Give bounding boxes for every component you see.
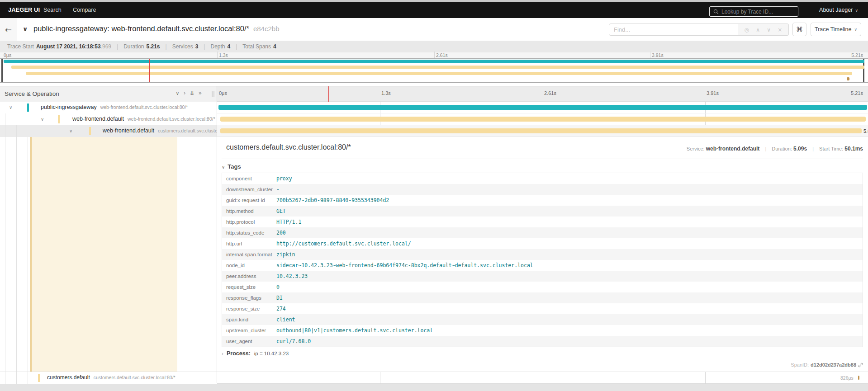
total-spans-label: Total Spans bbox=[242, 43, 271, 50]
span-name-cell[interactable]: ∨ public-ingressgateway web-frontend.def… bbox=[0, 102, 217, 113]
tag-row: internal.span.formatzipkin bbox=[222, 249, 863, 260]
chevron-down-icon[interactable]: ∨ bbox=[69, 128, 72, 133]
tag-value: 274 bbox=[276, 306, 286, 312]
timeline-minimap[interactable] bbox=[0, 58, 868, 83]
copy-link-icon[interactable] bbox=[858, 363, 863, 367]
tag-value: DI bbox=[276, 295, 283, 301]
tag-key: guid:x-request-id bbox=[222, 198, 276, 203]
chevron-down-icon: ∨ bbox=[854, 27, 857, 32]
collapse-controls: ∨ › ⇊ » bbox=[175, 90, 202, 96]
duration-label: Duration bbox=[123, 43, 144, 50]
start-time-label: Start Time: bbox=[819, 146, 843, 151]
expand-all-icon[interactable]: » bbox=[199, 90, 202, 96]
column-resizer-grip[interactable] bbox=[212, 91, 214, 97]
span-bar[interactable] bbox=[220, 117, 866, 122]
trace-title-chevron-icon[interactable]: ∨ bbox=[23, 25, 28, 33]
span-bar[interactable] bbox=[218, 105, 867, 110]
span-name-cell[interactable]: ∨ web-frontend.default customers.default… bbox=[0, 125, 217, 137]
chevron-down-icon[interactable]: ∨ bbox=[41, 117, 44, 122]
nav-item-compare[interactable]: Compare bbox=[73, 7, 96, 13]
tag-value: http://customers.default.svc.cluster.loc… bbox=[276, 240, 411, 247]
next-match-icon[interactable]: ∨ bbox=[767, 27, 771, 33]
tag-row: upstream_clusteroutbound|80|v1|customers… bbox=[222, 325, 863, 336]
page-footer-strip bbox=[0, 384, 868, 391]
tag-value: zipkin bbox=[276, 251, 295, 258]
span-service: web-frontend.default bbox=[103, 127, 154, 134]
prev-match-icon[interactable]: ∧ bbox=[756, 27, 760, 33]
tag-key: peer.address bbox=[222, 273, 276, 279]
services-label: Services bbox=[172, 43, 193, 50]
span-detail-accent-band bbox=[30, 137, 177, 372]
minimap-tick: 0μs bbox=[4, 52, 11, 58]
span-name-cell[interactable]: ∨ web-frontend.default web-frontend.defa… bbox=[0, 113, 217, 125]
process-value: ip = 10.42.3.23 bbox=[254, 351, 289, 356]
span-detail-left-column bbox=[0, 137, 217, 372]
collapse-one-icon[interactable]: ∨ bbox=[175, 90, 180, 96]
span-row[interactable]: customers.default customers.default.svc.… bbox=[0, 372, 868, 383]
span-duration-label: 5.09s bbox=[863, 128, 868, 134]
minimap-tick: 3.91s bbox=[652, 52, 664, 58]
tag-value: sidecar~10.42.3.23~web-frontend-69b64f97… bbox=[276, 262, 533, 269]
tree-guide-line bbox=[16, 372, 17, 384]
trace-lookup-input[interactable] bbox=[721, 9, 785, 15]
tag-key: http.url bbox=[222, 241, 276, 246]
tag-row: span.kindclient bbox=[222, 314, 863, 325]
span-track[interactable]: 5.09s bbox=[217, 125, 868, 137]
ruler-tick: 2.61s bbox=[544, 90, 556, 96]
span-name-cell[interactable]: customers.default customers.default.svc.… bbox=[0, 372, 217, 384]
tags-accordion-toggle[interactable]: ∨Tags bbox=[222, 163, 241, 170]
span-row[interactable]: ∨ public-ingressgateway web-frontend.def… bbox=[0, 102, 868, 113]
ruler-time-cursor bbox=[328, 86, 329, 102]
chevron-right-icon: › bbox=[222, 351, 223, 356]
tag-key: span.kind bbox=[222, 317, 276, 322]
clear-find-icon[interactable]: × bbox=[778, 27, 782, 33]
trace-id-short: e84c2bb bbox=[253, 25, 280, 33]
span-service: customers.default bbox=[47, 374, 90, 381]
span-track[interactable] bbox=[217, 113, 868, 125]
span-bar[interactable] bbox=[858, 376, 859, 380]
focus-match-icon[interactable]: ◎ bbox=[745, 27, 749, 33]
chevron-down-icon: ∨ bbox=[855, 8, 858, 13]
minimap-span-bar bbox=[11, 66, 864, 69]
span-track[interactable] bbox=[217, 102, 868, 113]
tag-value: - bbox=[276, 186, 280, 193]
tag-key: response_flags bbox=[222, 295, 276, 301]
tag-key: response_size bbox=[222, 306, 276, 311]
duration-label: Duration: bbox=[772, 146, 792, 151]
process-accordion-toggle[interactable]: ›Process:ip = 10.42.3.23 bbox=[222, 350, 289, 357]
minimap-left-drag-handle[interactable] bbox=[1, 59, 3, 82]
span-detail-title: customers.default.svc.cluster.local:80/* bbox=[226, 143, 351, 151]
depth-value: 4 bbox=[228, 43, 231, 50]
nav-item-about-jaeger[interactable]: About Jaeger∨ bbox=[819, 7, 858, 13]
span-row[interactable]: ∨ web-frontend.default web-frontend.defa… bbox=[0, 113, 868, 125]
nav-item-search[interactable]: Search bbox=[43, 7, 62, 13]
tag-value: HTTP/1.1 bbox=[276, 219, 301, 225]
tag-row: http.methodGET bbox=[222, 206, 863, 217]
span-row-selected[interactable]: ∨ web-frontend.default customers.default… bbox=[0, 125, 868, 137]
back-button[interactable]: ← bbox=[0, 18, 17, 41]
timeline-gridline bbox=[543, 372, 543, 384]
view-mode-dropdown[interactable]: Trace Timeline∨ bbox=[811, 23, 861, 36]
timeline-gridline bbox=[705, 372, 706, 384]
ruler-tick: 5.21s bbox=[851, 90, 863, 96]
expand-one-icon[interactable]: › bbox=[184, 90, 186, 96]
keyboard-shortcuts-button[interactable]: ⌘ bbox=[792, 23, 806, 36]
back-arrow-icon: ← bbox=[5, 25, 12, 34]
app-logo[interactable]: JAEGER UI bbox=[8, 6, 40, 13]
find-input[interactable] bbox=[609, 24, 739, 36]
tag-row: http.status_code200 bbox=[222, 227, 863, 238]
tag-value: 700b5267-2db0-9897-8840-9355343904d2 bbox=[276, 197, 389, 203]
service-operation-header: Service & Operation ∨ › ⇊ » bbox=[0, 86, 217, 102]
service-label: Service: bbox=[687, 146, 705, 151]
tag-key: request_size bbox=[222, 284, 276, 290]
span-bar[interactable] bbox=[220, 128, 862, 133]
timeline-gridline bbox=[380, 372, 380, 384]
tag-value: 0 bbox=[276, 284, 280, 290]
tag-key: http.status_code bbox=[222, 230, 276, 236]
span-track[interactable]: 826μs bbox=[217, 372, 868, 384]
collapse-all-icon[interactable]: ⇊ bbox=[190, 90, 194, 96]
chevron-down-icon[interactable]: ∨ bbox=[9, 105, 12, 110]
tag-value: outbound|80|v1|customers.default.svc.clu… bbox=[276, 327, 433, 334]
tag-key: upstream_cluster bbox=[222, 328, 276, 333]
find-toolbar: ◎ ∧ ∨ × bbox=[738, 24, 789, 36]
